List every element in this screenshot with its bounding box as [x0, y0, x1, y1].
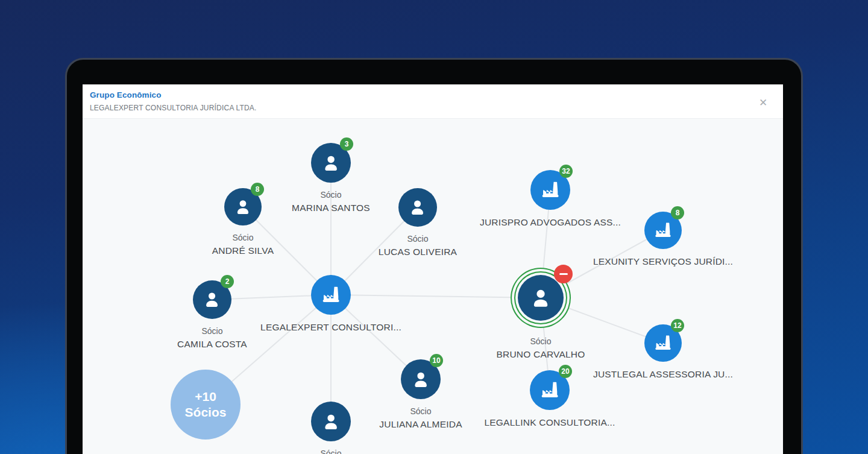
- laptop-frame: Grupo Econômico LEGALEXPERT CONSULTORIA …: [65, 58, 803, 454]
- factory-icon: [538, 379, 561, 402]
- close-icon[interactable]: ✕: [756, 96, 770, 110]
- node-lexunity[interactable]: 8: [644, 212, 682, 249]
- count-badge: 12: [671, 319, 684, 332]
- count-badge: 20: [559, 365, 572, 378]
- minus-bar: [559, 273, 568, 275]
- count-badge: 8: [251, 183, 264, 196]
- node-label-socio2: Sócio: [253, 447, 409, 454]
- person-icon: [406, 196, 429, 218]
- node-juliana[interactable]: 10: [401, 359, 441, 399]
- panel-header: Grupo Econômico LEGALEXPERT CONSULTORIA …: [83, 84, 783, 119]
- node-label-camila: SócioCAMILA COSTA: [134, 325, 291, 351]
- count-badge: 3: [340, 137, 353, 151]
- node-bruno[interactable]: [518, 275, 564, 321]
- node-label-bruno: SócioBRUNO CARVALHO: [462, 335, 619, 361]
- node-label-justlegal: JUSTLEGAL ASSESSORIA JU...: [585, 368, 741, 381]
- person-node-circle: [518, 275, 564, 321]
- node-jurispro[interactable]: 32: [530, 170, 570, 210]
- node-legallink[interactable]: 20: [530, 370, 570, 410]
- panel-title: Grupo Econômico: [90, 90, 783, 99]
- node-justlegal[interactable]: 12: [644, 324, 682, 362]
- node-camila[interactable]: 2: [193, 280, 231, 319]
- person-icon: [319, 410, 342, 433]
- node-label-lexunity: LEXUNITY SERVIÇOS JURÍDI...: [585, 255, 741, 268]
- node-label-jurispro: JURISPRO ADVOGADOS ASS...: [472, 216, 629, 229]
- laptop-screen: Grupo Econômico LEGALEXPERT CONSULTORIA …: [83, 84, 783, 454]
- person-node-circle: [398, 188, 437, 227]
- factory-icon: [319, 283, 342, 306]
- node-label-lucas: SócioLUCAS OLIVEIRA: [339, 233, 496, 259]
- company-node-circle: [311, 275, 351, 315]
- count-badge: 8: [671, 206, 684, 219]
- node-lucas[interactable]: [398, 188, 437, 227]
- count-badge: 10: [430, 354, 443, 367]
- node-label-legallink: LEGALLINK CONSULTORIA...: [471, 416, 628, 429]
- count-badge: 32: [559, 165, 573, 178]
- person-icon: [527, 285, 554, 311]
- node-label-andre: SócioANDRÉ SILVA: [165, 232, 321, 257]
- node-label-marina: SócioMARINA SANTOS: [253, 189, 409, 215]
- edge-legalexpert-bruno: [331, 295, 541, 298]
- person-icon: [409, 368, 432, 391]
- node-andre[interactable]: 8: [224, 188, 262, 225]
- person-icon: [232, 196, 254, 218]
- page-background: { "header": { "title": "Grupo Econômico"…: [0, 0, 868, 454]
- factory-icon: [539, 178, 562, 201]
- node-marina[interactable]: 3: [311, 143, 351, 183]
- factory-icon: [652, 219, 674, 241]
- panel-subtitle: LEGALEXPERT CONSULTORIA JURÍDICA LTDA.: [90, 104, 783, 112]
- collapse-minus-icon[interactable]: [554, 265, 573, 283]
- graph-canvas[interactable]: LEGALEXPERT CONSULTORI...3SócioMARINA SA…: [83, 119, 783, 454]
- person-icon: [319, 151, 342, 174]
- node-plus10[interactable]: +10Sócios: [171, 370, 241, 440]
- cluster-label: +10Sócios: [171, 370, 241, 440]
- node-socio2[interactable]: [311, 402, 351, 441]
- node-legalexpert[interactable]: [311, 275, 351, 315]
- person-icon: [201, 288, 223, 311]
- count-badge: 2: [221, 275, 234, 288]
- person-node-circle: [311, 402, 351, 441]
- factory-icon: [652, 332, 674, 354]
